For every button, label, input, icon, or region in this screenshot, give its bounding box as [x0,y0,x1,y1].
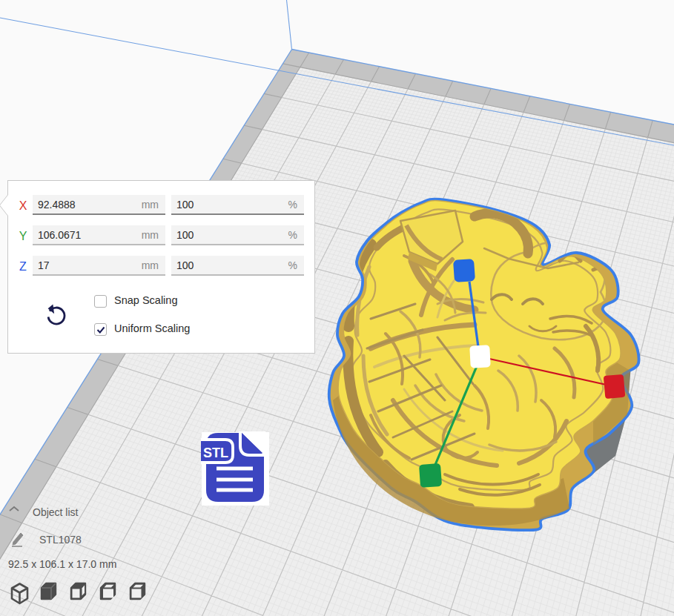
svg-text:STL: STL [203,446,228,460]
